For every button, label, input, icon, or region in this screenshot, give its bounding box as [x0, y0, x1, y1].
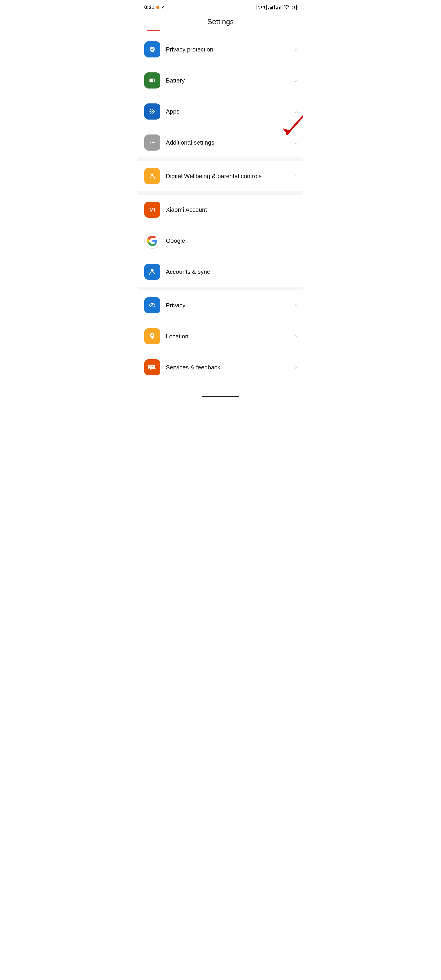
- privacy-eye-icon: [148, 301, 157, 310]
- privacy-protection-chevron: ›: [295, 46, 297, 52]
- additional-settings-chevron: ›: [295, 140, 297, 146]
- digital-wellbeing-icon: [148, 172, 157, 180]
- location-chevron: ›: [295, 333, 297, 339]
- section-group-4: Privacy › Location › Services & feedback: [138, 292, 303, 380]
- xiaomi-account-label: Xiaomi Account: [166, 206, 292, 213]
- battery-label: Battery: [166, 77, 292, 84]
- google-icon-wrapper: [144, 233, 160, 249]
- section-group-1: Privacy protection › Battery › Apps ›: [138, 36, 303, 156]
- home-indicator: [202, 396, 239, 397]
- privacy-protection-icon-wrapper: [144, 41, 160, 57]
- accounts-sync-label: Accounts & sync: [166, 268, 292, 275]
- svg-text:MI: MI: [149, 207, 155, 213]
- svg-rect-2: [154, 80, 155, 81]
- services-feedback-label: Services & feedback: [166, 364, 292, 371]
- xiaomi-account-chevron: ›: [295, 207, 297, 213]
- privacy-protection-label: Privacy protection: [166, 46, 292, 53]
- services-feedback-icon-wrapper: [144, 359, 160, 375]
- location-pin-icon: [148, 332, 157, 341]
- status-right: VPN 38: [257, 5, 297, 10]
- location-icon-wrapper: [144, 328, 160, 344]
- privacy-label: Privacy: [166, 302, 292, 309]
- xiaomi-mi-icon: MI: [148, 205, 157, 214]
- accounts-sync-person-icon: [148, 267, 157, 276]
- digital-wellbeing-chevron: ›: [295, 173, 297, 179]
- additional-settings-icon-wrapper: [144, 134, 160, 151]
- shield-arrow-icon: [148, 45, 157, 54]
- accounts-sync-icon-wrapper: [144, 264, 160, 280]
- privacy-icon-wrapper: [144, 297, 160, 313]
- settings-item-accounts-sync[interactable]: Accounts & sync ›: [138, 259, 303, 285]
- apps-icon-wrapper: [144, 103, 160, 119]
- battery-icon-wrapper: [144, 72, 160, 89]
- apps-label: Apps: [166, 108, 292, 115]
- google-label: Google: [166, 237, 292, 244]
- google-logo-icon: [147, 235, 157, 246]
- settings-item-digital-wellbeing[interactable]: Digital Wellbeing & parental controls ›: [138, 163, 303, 189]
- svg-point-7: [152, 142, 153, 143]
- status-left: 0:21 ✔: [144, 4, 165, 10]
- battery-icon: 38: [291, 5, 297, 10]
- divider-5: [138, 256, 303, 256]
- services-feedback-chat-icon: [148, 363, 157, 372]
- digital-wellbeing-label: Digital Wellbeing & parental controls: [166, 173, 292, 180]
- additional-settings-label: Additional settings: [166, 139, 292, 146]
- accounts-sync-chevron: ›: [295, 269, 297, 275]
- status-check-icon: ✔: [161, 5, 165, 10]
- svg-point-6: [150, 142, 151, 143]
- svg-point-15: [151, 334, 153, 336]
- svg-point-18: [152, 366, 153, 368]
- settings-item-additional-settings[interactable]: Additional settings ›: [138, 129, 303, 156]
- settings-item-google[interactable]: Google ›: [138, 228, 303, 254]
- apps-chevron: ›: [295, 108, 297, 115]
- page-title: Settings: [138, 13, 303, 30]
- services-feedback-chevron: ›: [295, 364, 297, 370]
- svg-point-9: [151, 173, 154, 176]
- divider-1: [138, 65, 303, 65]
- battery-chevron: ›: [295, 78, 297, 83]
- settings-item-services-feedback[interactable]: Services & feedback ›: [138, 354, 303, 380]
- svg-point-11: [151, 269, 154, 272]
- svg-point-17: [150, 366, 151, 368]
- privacy-chevron: ›: [295, 302, 297, 308]
- svg-point-14: [152, 305, 153, 306]
- svg-point-8: [154, 142, 155, 143]
- svg-point-19: [154, 366, 154, 368]
- battery-settings-icon: [148, 76, 157, 85]
- apps-gear-icon: [148, 107, 157, 116]
- svg-rect-3: [150, 79, 153, 82]
- settings-item-privacy-protection[interactable]: Privacy protection ›: [138, 36, 303, 62]
- divider-6: [138, 321, 303, 321]
- additional-settings-dots-icon: [148, 138, 157, 147]
- divider-2: [138, 96, 303, 96]
- google-chevron: ›: [295, 238, 297, 244]
- section-group-3: MI Xiaomi Account › Google › Accounts: [138, 197, 303, 285]
- settings-item-location[interactable]: Location ›: [138, 323, 303, 349]
- time-display: 0:21: [144, 4, 154, 10]
- section-group-2: Digital Wellbeing & parental controls ›: [138, 163, 303, 189]
- section-divider-1: [138, 158, 303, 161]
- settings-item-xiaomi-account[interactable]: MI Xiaomi Account ›: [138, 197, 303, 223]
- status-dot-icon: [156, 6, 159, 9]
- status-bar: 0:21 ✔ VPN 38: [138, 0, 303, 13]
- wifi-icon: [284, 5, 289, 10]
- settings-item-battery[interactable]: Battery ›: [138, 67, 303, 94]
- section-divider-2: [138, 191, 303, 195]
- digital-wellbeing-icon-wrapper: [144, 168, 160, 184]
- signal-bars-1: [268, 5, 275, 10]
- title-accent: [147, 30, 160, 31]
- xiaomi-account-icon-wrapper: MI: [144, 202, 160, 218]
- location-label: Location: [166, 333, 292, 340]
- signal-bars-2: [276, 5, 282, 10]
- settings-item-privacy[interactable]: Privacy ›: [138, 292, 303, 318]
- section-divider-3: [138, 287, 303, 290]
- settings-item-apps[interactable]: Apps ›: [138, 99, 303, 125]
- svg-point-4: [152, 111, 153, 112]
- vpn-badge: VPN: [257, 5, 267, 10]
